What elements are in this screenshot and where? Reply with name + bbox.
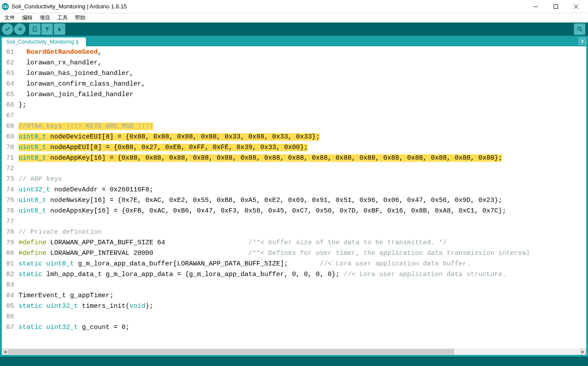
menu-tools[interactable]: 工具 (55, 13, 70, 22)
line-number: 65 (4, 90, 14, 100)
line-number: 87 (4, 322, 14, 333)
code-line[interactable]: uint8_t nodeAppEUI[8] = {0xB8, 0x27, 0xE… (18, 142, 530, 153)
line-number: 82 (4, 269, 14, 280)
arrow-down-icon (56, 26, 63, 32)
line-number: 62 (4, 58, 14, 68)
code-line[interactable]: // Private defination (18, 227, 530, 238)
infinity-icon (2, 3, 9, 10)
line-number: 68 (4, 121, 14, 132)
statusbar (0, 355, 588, 366)
line-number: 66 (4, 100, 14, 111)
editor-area[interactable]: 6162636465666768697071727374757677787980… (0, 46, 588, 348)
minimize-icon (533, 4, 538, 9)
maximize-icon (554, 4, 558, 9)
close-icon (574, 4, 578, 9)
magnifier-icon (577, 26, 583, 32)
file-icon (32, 26, 38, 32)
line-number: 61 (4, 47, 14, 58)
scroll-right-button[interactable]: ► (580, 348, 586, 355)
line-number-gutter: 6162636465666768697071727374757677787980… (2, 46, 17, 334)
arrow-up-icon (44, 26, 50, 32)
tab-menu-button[interactable]: ▾ (578, 37, 586, 45)
svg-point-4 (578, 27, 581, 30)
code-line[interactable]: uint32_t nodeDevAddr = 0x260116F8; (18, 185, 530, 195)
menubar: 文件 编辑 项目 工具 帮助 (0, 13, 588, 22)
code-line[interactable]: TimerEvent_t g_appTimer; (18, 291, 530, 301)
code-line[interactable]: #define LORAWAN_APP_INTERVAL 20000 /**< … (18, 248, 530, 259)
code-line[interactable]: // ABP keys (18, 174, 530, 185)
code-line[interactable] (18, 111, 530, 121)
arduino-logo-icon (2, 3, 9, 10)
code-line[interactable]: static uint32_t timers_init(void); (18, 301, 530, 312)
line-number: 71 (4, 153, 14, 164)
arrow-right-icon (17, 26, 23, 32)
line-number: 76 (4, 206, 14, 217)
maximize-button[interactable] (546, 0, 566, 13)
line-number: 73 (4, 174, 14, 185)
line-number: 78 (4, 227, 14, 238)
upload-button[interactable] (14, 23, 26, 35)
line-number: 77 (4, 217, 14, 227)
code-line[interactable] (18, 217, 530, 227)
code-line[interactable]: #define LORAWAN_APP_DATA_BUFF_SIZE 64 /*… (18, 238, 530, 248)
menu-sketch[interactable]: 项目 (37, 13, 53, 22)
menu-file[interactable]: 文件 (2, 13, 18, 22)
code-line[interactable]: lorawan_join_failed_handler (18, 90, 530, 100)
verify-button[interactable] (2, 23, 13, 35)
scroll-left-button[interactable]: ◄ (2, 348, 8, 355)
code-line[interactable]: static lmh_app_data_t g_m_lora_app_data … (18, 269, 530, 280)
tab-label: Soil_Conductivity_Monitoring § (6, 39, 79, 45)
code-line[interactable]: uint8_t nodeDeviceEUI[8] = {0x88, 0x88, … (18, 132, 530, 142)
menu-edit[interactable]: 编辑 (19, 13, 35, 22)
line-number: 75 (4, 195, 14, 206)
titlebar: Soil_Conductivity_Monitoring | Arduino 1… (0, 0, 588, 13)
code-line[interactable]: uint8_t nodeAppKey[16] = {0x88, 0x88, 0x… (18, 153, 530, 164)
line-number: 86 (4, 312, 14, 322)
line-number: 81 (4, 259, 14, 269)
minimize-button[interactable] (525, 0, 546, 13)
horizontal-scrollbar[interactable]: ◄ ► (0, 348, 588, 355)
line-number: 84 (4, 291, 14, 301)
window-title: Soil_Conductivity_Monitoring | Arduino 1… (11, 3, 525, 10)
code-line[interactable]: lorawan_has_joined_handler, (18, 68, 530, 79)
line-number: 80 (4, 248, 14, 259)
code-line[interactable]: }; (18, 100, 530, 111)
toolbar (0, 22, 588, 36)
scroll-track[interactable] (8, 348, 580, 355)
save-sketch-button[interactable] (54, 23, 65, 35)
code-line[interactable] (18, 312, 530, 322)
code-line[interactable]: //OTAA keys !!!! KEYS ARE MSB !!!! (18, 121, 530, 132)
code-line[interactable]: BoardGetRandomSeed, (18, 47, 530, 58)
code-content[interactable]: BoardGetRandomSeed, lorawan_rx_handler, … (17, 46, 530, 334)
check-icon (4, 26, 11, 32)
line-number: 72 (4, 164, 14, 174)
line-number: 67 (4, 111, 14, 121)
line-number: 85 (4, 301, 14, 312)
line-number: 79 (4, 238, 14, 248)
svg-rect-1 (554, 4, 558, 8)
svg-line-5 (581, 30, 582, 32)
line-number: 83 (4, 280, 14, 291)
serial-monitor-button[interactable] (574, 23, 585, 35)
code-line[interactable] (18, 280, 530, 291)
line-number: 69 (4, 132, 14, 142)
code-line[interactable]: uint8_t nodeAppsKey[16] = {0xFB, 0xAC, 0… (18, 206, 530, 217)
sketch-tab[interactable]: Soil_Conductivity_Monitoring § (2, 37, 86, 46)
code-line[interactable]: static uint32_t g_count = 0; (18, 322, 530, 333)
code-line[interactable]: lorawan_confirm_class_handler, (18, 79, 530, 90)
code-line[interactable]: uint8_t nodeNwsKey[16] = {0x7E, 0xAC, 0x… (18, 195, 530, 206)
line-number: 63 (4, 68, 14, 79)
code-line[interactable]: lorawan_rx_handler, (18, 58, 530, 68)
tab-strip: Soil_Conductivity_Monitoring § ▾ (0, 36, 588, 46)
line-number: 74 (4, 185, 14, 195)
code-line[interactable]: static uint8_t g_m_lora_app_data_buffer[… (18, 259, 530, 269)
new-sketch-button[interactable] (29, 23, 41, 35)
code-line[interactable] (18, 164, 530, 174)
open-sketch-button[interactable] (41, 23, 53, 35)
line-number: 64 (4, 79, 14, 90)
line-number: 70 (4, 142, 14, 153)
chevron-down-icon: ▾ (581, 39, 584, 44)
menu-help[interactable]: 帮助 (72, 13, 88, 22)
close-button[interactable] (566, 0, 586, 13)
scroll-thumb[interactable] (8, 349, 454, 355)
